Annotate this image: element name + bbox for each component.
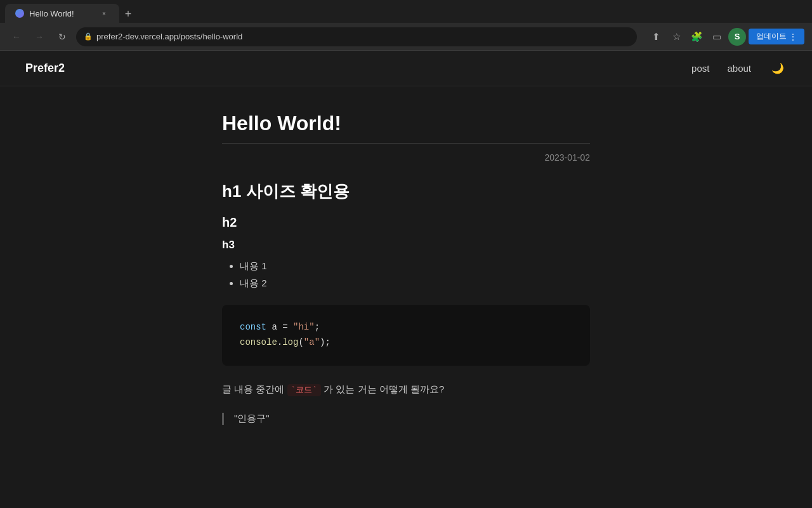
- code-dot: .: [277, 337, 282, 347]
- site-logo[interactable]: Prefer2: [25, 62, 691, 75]
- toolbar-icons: ⬆ ☆ 🧩 ▭ S 업데이트 ⋮: [647, 28, 804, 46]
- new-tab-button[interactable]: +: [119, 5, 137, 23]
- dark-mode-toggle[interactable]: 🌙: [769, 60, 787, 77]
- code-block: const a = "hi"; console.log("a");: [222, 305, 590, 366]
- inline-paragraph: 글 내용 중간에 `코드` 가 있는 거는 어떻게 될까요?: [222, 381, 590, 398]
- update-label: 업데이트: [756, 31, 787, 42]
- back-button[interactable]: ←: [8, 28, 25, 46]
- site-header: Prefer2 post about 🌙: [0, 51, 812, 86]
- main-content: Hello World! 2023-01-02 h1 사이즈 확인용 h2 h3…: [209, 86, 603, 450]
- post-h1: h1 사이즈 확인용: [222, 180, 590, 203]
- code-string-hi: "hi": [288, 322, 315, 332]
- post-list: 내용 1 내용 2: [222, 260, 590, 290]
- post-h2: h2: [222, 215, 590, 230]
- code-eq: =: [282, 322, 287, 332]
- code-semi-2: ;: [325, 337, 330, 347]
- list-item: 내용 1: [240, 260, 590, 272]
- code-arg-a: "a": [304, 337, 320, 347]
- share-icon[interactable]: ⬆: [647, 28, 665, 46]
- code-line-2: console.log("a");: [240, 335, 572, 351]
- url-text: prefer2-dev.vercel.app/posts/hello-world: [96, 32, 242, 41]
- update-menu-icon: ⋮: [789, 32, 797, 41]
- extensions-icon[interactable]: 🧩: [688, 28, 705, 46]
- site-nav: post about 🌙: [691, 60, 787, 77]
- post-date: 2023-01-02: [222, 152, 590, 163]
- title-divider: [222, 143, 590, 144]
- code-method-log: log: [282, 337, 298, 347]
- code-open-paren: (: [298, 337, 303, 347]
- code-keyword-const: const: [240, 322, 266, 332]
- update-button[interactable]: 업데이트 ⋮: [749, 29, 804, 44]
- bookmark-icon[interactable]: ☆: [667, 28, 685, 46]
- blockquote: "인용구": [222, 413, 590, 425]
- code-line-1: const a = "hi";: [240, 320, 572, 335]
- list-item: 내용 2: [240, 277, 590, 290]
- lock-icon: 🔒: [84, 32, 93, 41]
- post-h3: h3: [222, 239, 590, 251]
- nav-about-link[interactable]: about: [727, 63, 751, 74]
- code-var-a: a: [266, 322, 282, 332]
- nav-post-link[interactable]: post: [691, 63, 709, 74]
- code-func-console: console: [240, 337, 277, 347]
- inline-text-after: 가 있는 거는 어떻게 될까요?: [321, 384, 444, 394]
- tab-favicon: [15, 9, 24, 18]
- inline-code: `코드`: [287, 384, 322, 396]
- reload-button[interactable]: ↻: [53, 28, 71, 46]
- forward-button[interactable]: →: [30, 28, 48, 46]
- browser-tab[interactable]: Hello World! ×: [5, 4, 119, 23]
- tab-close-button[interactable]: ×: [99, 8, 109, 18]
- code-semi-1: ;: [315, 322, 320, 332]
- address-bar-row: ← → ↻ 🔒 prefer2-dev.vercel.app/posts/hel…: [0, 23, 812, 51]
- post-title: Hello World!: [222, 112, 590, 135]
- tab-title: Hello World!: [29, 9, 74, 18]
- address-bar[interactable]: 🔒 prefer2-dev.vercel.app/posts/hello-wor…: [76, 27, 637, 46]
- inline-text-before: 글 내용 중간에: [222, 384, 287, 394]
- profile-button[interactable]: S: [728, 28, 746, 46]
- split-view-icon[interactable]: ▭: [708, 28, 726, 46]
